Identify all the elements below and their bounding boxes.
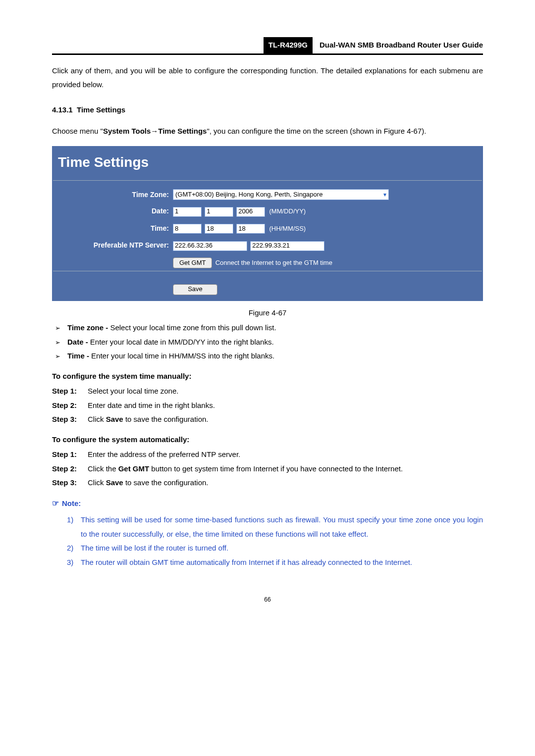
list-item: 2)The time will be lost if the router is… xyxy=(67,541,483,555)
list-item: 1)This setting will be used for some tim… xyxy=(67,513,483,541)
list-item: Step 3:Click Save to save the configurat… xyxy=(52,476,483,490)
time-minute-input[interactable]: 18 xyxy=(205,224,233,234)
list-item: Step 2:Enter date and time in the right … xyxy=(52,399,483,413)
time-hour-input[interactable]: 8 xyxy=(173,224,202,234)
list-item: Step 1:Select your local time zone. xyxy=(52,384,483,399)
list-item: Date - Enter your local date in MM/DD/YY… xyxy=(52,335,483,350)
note-heading: ☞Note: xyxy=(52,496,483,511)
date-day-input[interactable]: 1 xyxy=(205,207,233,217)
manual-steps: Step 1:Select your local time zone. Step… xyxy=(52,384,483,427)
page-number: 66 xyxy=(52,594,483,605)
list-item: 3)The router will obtain GMT time automa… xyxy=(67,555,483,570)
header-title: Dual-WAN SMB Broadband Router User Guide xyxy=(313,37,483,53)
label-timezone: Time Zone: xyxy=(53,187,171,203)
time-settings-panel: Time Settings Time Zone: (GMT+08:00) Bei… xyxy=(52,146,483,301)
ntp-server-a-input[interactable]: 222.66.32.36 xyxy=(173,241,247,251)
chevron-down-icon: ▾ xyxy=(382,189,387,201)
page-header: TL-R4299G Dual-WAN SMB Broadband Router … xyxy=(52,37,483,55)
label-time: Time: xyxy=(53,220,171,237)
list-item: Step 3:Click Save to save the configurat… xyxy=(52,412,483,427)
list-item: Step 1:Enter the address of the preferre… xyxy=(52,448,483,462)
feature-bullets: Time zone - Select your local time zone … xyxy=(52,321,483,363)
get-gmt-note: Connect the Internet to get the GTM time xyxy=(215,259,332,266)
figure-caption: Figure 4-67 xyxy=(52,306,483,320)
section-number: 4.13.1 xyxy=(52,105,73,114)
time-second-input[interactable]: 18 xyxy=(236,224,265,234)
figure-wrap: Time Settings Time Zone: (GMT+08:00) Bei… xyxy=(52,146,483,301)
save-button[interactable]: Save xyxy=(173,284,217,295)
date-hint: (MM/DD/YY) xyxy=(269,207,306,215)
ntp-server-b-input[interactable]: 222.99.33.21 xyxy=(250,241,324,251)
page: TL-R4299G Dual-WAN SMB Broadband Router … xyxy=(0,0,535,630)
panel-title: Time Settings xyxy=(53,147,482,180)
label-date: Date: xyxy=(53,202,171,220)
manual-config-heading: To configure the system time manually: xyxy=(52,369,483,384)
timezone-select[interactable]: (GMT+08:00) Beijing, Hong Kong, Perth, S… xyxy=(173,189,389,200)
list-item: Time - Enter your local time in HH/MM/SS… xyxy=(52,349,483,363)
date-month-input[interactable]: 1 xyxy=(173,207,202,217)
timezone-value: (GMT+08:00) Beijing, Hong Kong, Perth, S… xyxy=(175,189,322,201)
label-ntp: Preferable NTP Server: xyxy=(53,237,171,254)
get-gmt-button[interactable]: Get GMT xyxy=(173,257,212,268)
date-year-input[interactable]: 2006 xyxy=(236,207,265,217)
list-item: Step 2:Click the Get GMT button to get s… xyxy=(52,462,483,476)
note-list: 1)This setting will be used for some tim… xyxy=(67,513,483,569)
auto-steps: Step 1:Enter the address of the preferre… xyxy=(52,448,483,490)
time-hint: (HH/MM/SS) xyxy=(269,225,306,232)
section-heading: 4.13.1 Time Settings xyxy=(52,103,483,117)
auto-config-heading: To configure the system automatically: xyxy=(52,433,483,447)
intro-paragraph: Click any of them, and you will be able … xyxy=(52,64,483,92)
header-model: TL-R4299G xyxy=(264,37,313,53)
choose-menu-paragraph: Choose menu "System Tools→Time Settings"… xyxy=(52,124,483,139)
list-item: Time zone - Select your local time zone … xyxy=(52,321,483,335)
section-title: Time Settings xyxy=(77,105,125,114)
pointer-icon: ☞ xyxy=(52,499,59,507)
